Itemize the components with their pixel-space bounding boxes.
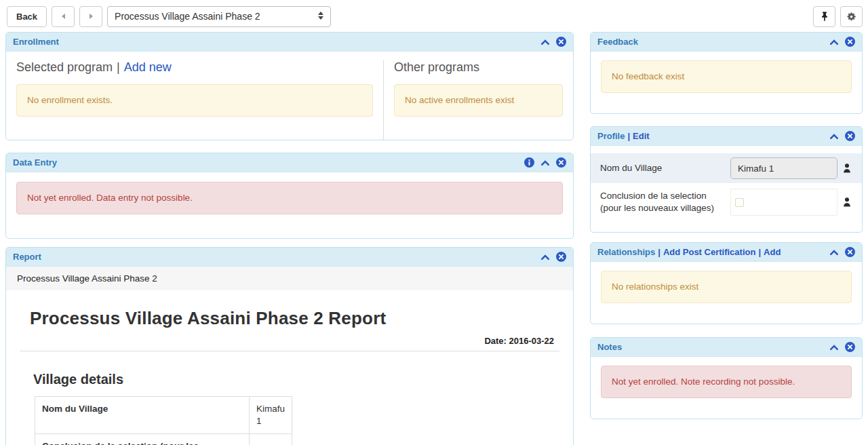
person-audit-icon[interactable] xyxy=(842,197,852,208)
feedback-widget: Feedback No feedback exist xyxy=(590,32,863,114)
enrollment-widget-body: Selected program|Add new No enrollment e… xyxy=(6,52,573,140)
back-button[interactable]: Back xyxy=(7,6,47,27)
report-program-name: Processus Village Assaini Phase 2 xyxy=(6,267,573,290)
table-cell-value xyxy=(250,434,292,445)
enrollment-widget-title: Enrollment xyxy=(13,37,59,47)
header-separator: | xyxy=(758,247,761,257)
select-spinner-icon xyxy=(318,12,323,20)
add-post-certification-link[interactable]: Add Post Certification xyxy=(663,247,756,257)
profile-field-label: Nom du Village xyxy=(600,162,730,174)
data-entry-info-icon[interactable] xyxy=(524,157,534,168)
relationships-close-icon[interactable] xyxy=(845,247,855,257)
selected-program-section: Selected program|Add new No enrollment e… xyxy=(6,60,383,140)
header-separator: | xyxy=(658,247,660,257)
feedback-collapse-icon[interactable] xyxy=(829,39,839,45)
data-entry-widget-header: Data Entry xyxy=(6,153,573,172)
notes-close-icon[interactable] xyxy=(845,342,855,352)
previous-record-button[interactable] xyxy=(52,6,75,27)
other-programs-section: Other programs No active enrollments exi… xyxy=(383,60,573,140)
notes-widget: Notes Not yet enrolled. Note recording n… xyxy=(590,337,863,419)
profile-widget-header: Profile | Edit xyxy=(591,127,862,146)
notes-widget-header: Notes xyxy=(591,338,862,357)
profile-field-row: Conclusion de la selection (pour les nou… xyxy=(591,183,862,221)
table-cell-label: Conclusion de la selection (pour les nou… xyxy=(35,434,250,445)
report-divider xyxy=(20,351,559,351)
notes-widget-body: Not yet enrolled. Note recording not pos… xyxy=(591,357,862,419)
no-feedback-alert: No feedback exist xyxy=(601,60,852,93)
report-widget: Report Processus Village Assaini Phase 2… xyxy=(5,247,574,445)
profile-close-icon[interactable] xyxy=(845,131,855,141)
data-entry-widget: Data Entry Not yet enrolled xyxy=(5,153,574,239)
profile-widget-body: Nom du Village Kimafu 1 Conclusion de la… xyxy=(591,146,862,232)
next-record-button[interactable] xyxy=(79,6,102,27)
no-relationships-alert: No relationships exist xyxy=(601,271,852,303)
notes-collapse-icon[interactable] xyxy=(829,344,839,351)
enrollment-widget: Enrollment Selected program|Add new xyxy=(5,32,574,140)
not-enrolled-notes-alert: Not yet enrolled. Note recording not pos… xyxy=(601,366,852,398)
other-programs-heading: Other programs xyxy=(394,60,563,75)
relationships-widget-body: No relationships exist xyxy=(591,262,862,324)
profile-widget: Profile | Edit Nom du Village xyxy=(590,126,863,233)
data-entry-widget-title: Data Entry xyxy=(13,157,57,168)
arrow-right-icon xyxy=(90,14,93,19)
selected-program-heading: Selected program|Add new xyxy=(16,60,373,75)
program-select-value: Processus Village Assaini Phase 2 xyxy=(115,11,260,22)
report-widget-header: Report xyxy=(6,248,573,267)
left-column: Enrollment Selected program|Add new xyxy=(5,32,574,445)
tracker-dashboard-page: Back Processus Village Assaini Phase 2 xyxy=(0,0,868,445)
village-details-heading: Village details xyxy=(33,372,559,387)
report-date: Date: 2016-03-22 xyxy=(20,336,559,346)
feedback-close-icon[interactable] xyxy=(845,37,855,47)
header-separator: | xyxy=(627,131,630,141)
relationships-widget-title: Relationships xyxy=(597,247,655,257)
no-enrollment-alert: No enrollment exists. xyxy=(16,84,373,117)
report-close-icon[interactable] xyxy=(556,252,566,262)
report-widget-title: Report xyxy=(13,252,41,262)
profile-widget-title: Profile xyxy=(597,131,625,141)
village-details-table: Nom du Village Kimafu 1 Conclusion de la… xyxy=(35,396,292,445)
feedback-widget-title: Feedback xyxy=(597,37,638,47)
right-column: Feedback No feedback exist xyxy=(590,32,863,445)
not-enrolled-data-entry-alert: Not yet enrolled. Data entry not possibl… xyxy=(16,182,563,214)
report-heading: Processus Village Assaini Phase 2 Report xyxy=(30,308,559,329)
selected-program-label: Selected program xyxy=(16,60,113,74)
settings-button[interactable] xyxy=(840,6,863,27)
enrollment-collapse-icon[interactable] xyxy=(540,39,550,45)
table-cell-value: Kimafu 1 xyxy=(250,397,292,434)
person-audit-icon[interactable] xyxy=(842,163,852,174)
data-entry-close-icon[interactable] xyxy=(556,157,566,168)
data-entry-widget-body: Not yet enrolled. Data entry not possibl… xyxy=(6,172,573,238)
relationships-widget-header: Relationships | Add Post Certification |… xyxy=(591,243,862,262)
enrollment-close-icon[interactable] xyxy=(556,37,566,47)
table-cell-label: Nom du Village xyxy=(35,397,250,434)
profile-field-label: Conclusion de la selection (pour les nou… xyxy=(600,190,730,214)
table-row: Conclusion de la selection (pour les nou… xyxy=(35,434,292,445)
pin-widgets-button[interactable] xyxy=(813,6,835,27)
heading-separator: | xyxy=(117,60,120,74)
notes-widget-title: Notes xyxy=(597,342,622,352)
no-active-enrollments-alert: No active enrollments exist xyxy=(394,84,563,117)
conclusion-checkbox[interactable] xyxy=(735,198,744,207)
report-document: Processus Village Assaini Phase 2 Report… xyxy=(6,290,573,445)
program-select[interactable]: Processus Village Assaini Phase 2 xyxy=(107,6,331,27)
data-entry-collapse-icon[interactable] xyxy=(540,159,550,166)
relationships-widget: Relationships | Add Post Certification |… xyxy=(590,242,863,324)
add-relationship-link[interactable]: Add xyxy=(764,247,781,257)
profile-field-row: Nom du Village Kimafu 1 xyxy=(591,153,862,183)
enrollment-widget-header: Enrollment xyxy=(6,33,573,52)
report-collapse-icon[interactable] xyxy=(540,254,550,260)
pin-icon xyxy=(820,12,829,22)
conclusion-field-box xyxy=(730,189,837,216)
feedback-widget-body: No feedback exist xyxy=(591,52,862,113)
top-toolbar: Back Processus Village Assaini Phase 2 xyxy=(0,0,868,32)
profile-edit-link[interactable]: Edit xyxy=(633,131,650,141)
arrow-left-icon xyxy=(62,14,65,19)
relationships-collapse-icon[interactable] xyxy=(829,249,839,256)
village-name-field: Kimafu 1 xyxy=(730,157,837,179)
profile-collapse-icon[interactable] xyxy=(829,133,839,140)
feedback-widget-header: Feedback xyxy=(591,33,862,52)
dashboard-columns: Enrollment Selected program|Add new xyxy=(0,32,868,445)
add-new-enrollment-link[interactable]: Add new xyxy=(124,60,172,74)
table-row: Nom du Village Kimafu 1 xyxy=(35,397,292,434)
report-widget-body: Processus Village Assaini Phase 2 Proces… xyxy=(6,267,573,445)
